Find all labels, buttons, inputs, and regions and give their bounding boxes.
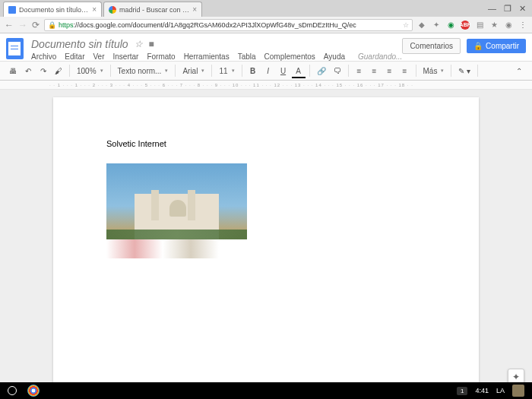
- extension-icon[interactable]: ◆: [417, 21, 426, 30]
- extension-icon[interactable]: ★: [489, 21, 499, 30]
- menu-tabla[interactable]: Tabla: [238, 52, 256, 61]
- star-icon[interactable]: ☆: [135, 39, 143, 49]
- back-icon[interactable]: ←: [5, 20, 14, 30]
- forward-icon[interactable]: →: [18, 20, 27, 30]
- align-justify-icon[interactable]: ≡: [398, 65, 412, 78]
- menu-formato[interactable]: Formato: [147, 52, 175, 61]
- toolbar: 🖶 ↶ ↷ 🖌 100% Texto norm... Arial 11 B I …: [0, 61, 532, 81]
- link-icon[interactable]: 🔗: [314, 65, 329, 78]
- print-icon[interactable]: 🖶: [6, 65, 20, 78]
- extension-icon[interactable]: ▤: [475, 21, 484, 30]
- document-title[interactable]: Documento sin título: [31, 38, 128, 50]
- lock-icon: 🔒: [48, 21, 56, 29]
- align-left-icon[interactable]: ≡: [353, 65, 366, 78]
- menu-herramientas[interactable]: Herramientas: [184, 52, 230, 61]
- menu-bar: Archivo Editar Ver Insertar Formato Herr…: [31, 52, 402, 61]
- minimize-icon[interactable]: —: [488, 4, 496, 13]
- redo-icon[interactable]: ↷: [36, 65, 50, 78]
- star-icon[interactable]: ☆: [403, 21, 409, 29]
- text-color-icon[interactable]: A: [292, 65, 306, 78]
- menu-archivo[interactable]: Archivo: [31, 52, 56, 61]
- close-tab-icon[interactable]: ×: [192, 5, 197, 14]
- paint-format-icon[interactable]: 🖌: [52, 65, 65, 78]
- menu-ver[interactable]: Ver: [93, 52, 104, 61]
- clock[interactable]: 4:41: [475, 387, 489, 394]
- reload-icon[interactable]: ⟳: [32, 20, 40, 30]
- style-dropdown[interactable]: Texto norm...: [115, 65, 172, 77]
- google-favicon: [109, 6, 116, 14]
- document-image[interactable]: [106, 163, 247, 258]
- tab-title: madrid - Buscar con Goo: [119, 6, 189, 14]
- more-dropdown[interactable]: Más: [420, 65, 448, 77]
- collapse-toolbar-icon[interactable]: ⌃: [512, 65, 526, 78]
- os-launcher-icon[interactable]: [8, 386, 17, 395]
- edit-mode-icon[interactable]: ✎ ▾: [455, 65, 473, 78]
- close-tab-icon[interactable]: ×: [92, 5, 97, 14]
- font-dropdown[interactable]: Arial: [179, 65, 207, 77]
- docs-logo[interactable]: [6, 38, 24, 59]
- notification-badge[interactable]: 1: [457, 387, 467, 395]
- comments-button[interactable]: Comentarios: [402, 38, 461, 54]
- document-body-text[interactable]: Solvetic Internet: [106, 139, 426, 148]
- align-center-icon[interactable]: ≡: [368, 65, 382, 78]
- zoom-dropdown[interactable]: 100%: [74, 65, 106, 77]
- tab-title: Documento sin título - D: [19, 6, 89, 14]
- italic-icon[interactable]: I: [261, 65, 275, 78]
- chrome-taskbar-icon[interactable]: [27, 385, 40, 397]
- os-taskbar: 1 4:41 LA: [0, 382, 532, 399]
- menu-insertar[interactable]: Insertar: [112, 52, 138, 61]
- browser-tab-search[interactable]: madrid - Buscar con Goo ×: [103, 2, 202, 17]
- menu-complementos[interactable]: Complementos: [264, 52, 315, 61]
- menu-ayuda[interactable]: Ayuda: [324, 52, 345, 61]
- extension-icon[interactable]: ◉: [446, 21, 455, 30]
- close-window-icon[interactable]: ✕: [519, 4, 526, 14]
- fontsize-dropdown[interactable]: 11: [216, 65, 237, 77]
- chrome-menu-icon[interactable]: ⋮: [518, 21, 527, 30]
- document-page[interactable]: Solvetic Internet: [53, 97, 479, 393]
- maximize-icon[interactable]: ❐: [504, 4, 511, 14]
- folder-icon[interactable]: ■: [149, 39, 154, 49]
- url-protocol: https: [59, 21, 74, 29]
- ruler[interactable]: · · 1 · · · 1 · · · 2 · · · 3 · · · 4 · …: [0, 81, 532, 90]
- undo-icon[interactable]: ↶: [21, 65, 35, 78]
- docs-favicon: [8, 6, 16, 14]
- comment-icon[interactable]: 🗨: [331, 65, 344, 78]
- saving-status: Guardando...: [358, 52, 402, 61]
- lock-icon: 🔒: [473, 42, 483, 50]
- extension-icon[interactable]: ✦: [432, 21, 441, 30]
- bold-icon[interactable]: B: [246, 65, 260, 78]
- url-path: ://docs.google.com/document/d/1A8gq2RGsA…: [74, 21, 356, 29]
- document-canvas[interactable]: Solvetic Internet ✦: [0, 90, 532, 393]
- underline-icon[interactable]: U: [277, 65, 290, 78]
- user-avatar[interactable]: [512, 385, 524, 397]
- browser-tab-docs[interactable]: Documento sin título - D ×: [3, 2, 102, 17]
- address-bar[interactable]: 🔒 https://docs.google.com/document/d/1A8…: [44, 19, 413, 31]
- align-right-icon[interactable]: ≡: [383, 65, 397, 78]
- extension-icon[interactable]: ◉: [504, 21, 513, 30]
- extension-icon[interactable]: ABP: [461, 21, 470, 30]
- menu-editar[interactable]: Editar: [65, 52, 84, 61]
- language-indicator[interactable]: LA: [496, 387, 505, 394]
- share-button[interactable]: 🔒Compartir: [467, 39, 526, 53]
